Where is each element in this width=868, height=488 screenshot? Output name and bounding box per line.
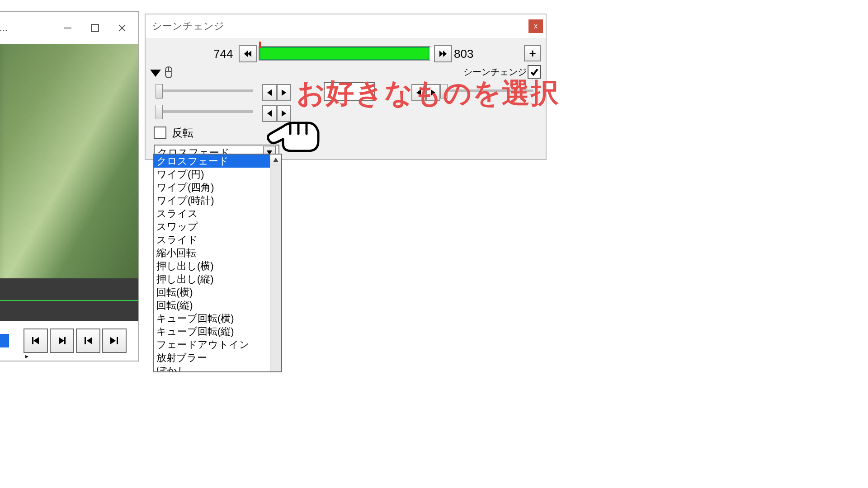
frame-slider-fill — [259, 47, 434, 60]
scene-title: シーンチェンジ — [148, 19, 528, 33]
svg-rect-7 — [64, 337, 66, 344]
seek-forward-button[interactable] — [434, 45, 452, 62]
svg-marker-17 — [282, 89, 286, 96]
timeline-strip-line — [0, 300, 138, 301]
svg-marker-13 — [248, 51, 251, 57]
annotation-text: お好きなものを選択 — [297, 74, 560, 112]
svg-rect-5 — [32, 337, 33, 344]
preview-image — [0, 44, 138, 278]
dropdown-item[interactable]: 押し出し(縦) — [154, 272, 270, 286]
dropdown-item[interactable]: 放射ブラー — [154, 351, 270, 364]
dropdown-item[interactable]: クロスフェード — [154, 155, 270, 168]
svg-marker-10 — [110, 337, 116, 344]
maximize-button[interactable] — [81, 12, 108, 44]
frame-slider[interactable] — [259, 46, 430, 61]
dropdown-item[interactable]: ぼかし — [154, 364, 270, 371]
param1-slider[interactable] — [158, 89, 253, 92]
go-end-button[interactable] — [102, 328, 127, 353]
dropdown-item[interactable]: キューブ回転(横) — [154, 312, 270, 325]
background-titlebar: 7] ... — [0, 12, 138, 44]
nav-group — [23, 328, 127, 353]
svg-rect-8 — [85, 337, 86, 344]
seek-back-button[interactable] — [239, 45, 257, 62]
param2-thumb[interactable] — [156, 105, 163, 119]
svg-marker-16 — [267, 89, 272, 96]
add-midpoint-button[interactable]: + — [524, 45, 541, 61]
svg-marker-15 — [443, 51, 447, 57]
svg-marker-4 — [33, 337, 39, 344]
scene-close-button[interactable]: x — [528, 19, 543, 33]
frame-start-label: 744 — [213, 47, 233, 61]
collapse-row — [150, 66, 174, 80]
dropdown-item[interactable]: 押し出し(横) — [154, 259, 270, 272]
param1-thumb[interactable] — [156, 84, 163, 99]
step-back-button[interactable] — [24, 328, 48, 353]
preview-area — [0, 44, 138, 278]
dropdown-item[interactable]: 回転(横) — [154, 286, 270, 299]
frame-end-label: 803 — [454, 47, 473, 61]
progress-chunk[interactable] — [0, 334, 9, 347]
param1-step-right[interactable] — [277, 84, 291, 101]
svg-rect-1 — [91, 24, 99, 32]
timeline-strip — [0, 278, 138, 321]
step-forward-button[interactable] — [50, 328, 74, 353]
dropdown-item[interactable]: 回転(縦) — [154, 299, 270, 312]
svg-marker-14 — [439, 51, 443, 57]
param1-step-left[interactable] — [262, 84, 277, 101]
dropdown-item[interactable]: キューブ回転(縦) — [154, 325, 270, 338]
dropdown-scrollbar[interactable] — [270, 155, 281, 371]
dropdown-item[interactable]: フェードアウトイン — [154, 338, 270, 351]
reverse-row: 反転 — [154, 126, 193, 140]
dropdown-item[interactable]: ワイプ(円) — [154, 168, 270, 181]
transition-dropdown[interactable]: クロスフェードワイプ(円)ワイプ(四角)ワイプ(時計)スライススワップスライド縮… — [153, 154, 282, 372]
mouse-icon — [164, 66, 174, 80]
plus-icon: + — [529, 47, 536, 61]
background-title: 7] ... — [0, 22, 54, 34]
chevron-up-icon — [273, 158, 278, 162]
svg-marker-9 — [87, 337, 92, 344]
dropdown-item[interactable]: ワイプ(四角) — [154, 181, 270, 194]
close-icon: x — [534, 22, 538, 30]
frame-timeline-row: 744 803 + — [146, 43, 546, 63]
collapse-toggle-icon[interactable] — [150, 70, 161, 77]
param1-steppers — [262, 84, 291, 101]
scroll-up-button[interactable] — [270, 155, 281, 165]
scene-titlebar: シーンチェンジ x — [146, 14, 546, 38]
pointing-hand-icon — [265, 118, 321, 155]
background-controls — [0, 321, 138, 361]
svg-marker-6 — [59, 337, 64, 344]
go-start-button[interactable] — [76, 328, 100, 353]
caret-marker: ▸ — [25, 352, 28, 360]
reverse-checkbox[interactable] — [154, 127, 166, 139]
dropdown-item[interactable]: 縮小回転 — [154, 246, 270, 259]
param2-slider[interactable] — [158, 110, 253, 113]
svg-marker-12 — [244, 51, 248, 57]
dropdown-item[interactable]: スライド — [154, 233, 270, 246]
dropdown-item[interactable]: スライス — [154, 207, 270, 220]
close-button[interactable] — [108, 12, 136, 44]
svg-marker-21 — [282, 110, 286, 117]
dropdown-item[interactable]: ワイプ(時計) — [154, 194, 270, 207]
svg-marker-20 — [267, 110, 272, 117]
transition-dropdown-list[interactable]: クロスフェードワイプ(円)ワイプ(四角)ワイプ(時計)スライススワップスライド縮… — [154, 155, 270, 371]
svg-marker-23 — [273, 158, 278, 162]
minimize-button[interactable] — [54, 12, 81, 44]
reverse-label: 反転 — [172, 126, 193, 140]
svg-rect-11 — [117, 337, 118, 344]
playhead-marker — [259, 42, 261, 48]
dropdown-item[interactable]: スワップ — [154, 220, 270, 233]
